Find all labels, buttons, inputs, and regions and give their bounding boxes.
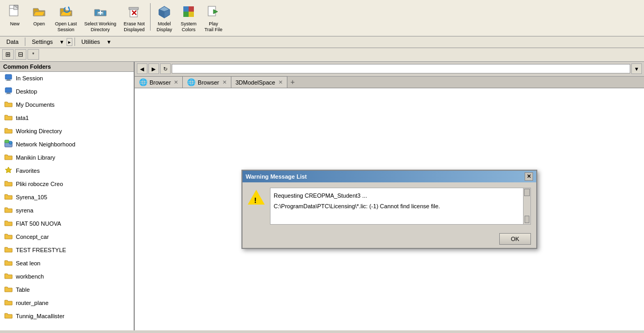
folder-item[interactable]: Manikin Library xyxy=(0,151,134,164)
utilities-arrow[interactable]: ▼ xyxy=(106,39,111,45)
folder-name: In Session xyxy=(16,75,43,81)
erase-not-displayed-label: Erase Not Displayed xyxy=(124,21,145,33)
dialog-scrollbar[interactable] xyxy=(523,188,530,224)
dialog-body: Requesting CREOPMA_Student3 ... C:\Progr… xyxy=(242,182,536,230)
open-icon xyxy=(31,3,48,20)
folder-item[interactable]: Desktop xyxy=(0,85,134,98)
folder-name: Table xyxy=(16,286,30,293)
folder-item[interactable]: Pliki robocze Creo xyxy=(0,178,134,191)
new-button[interactable]: New xyxy=(3,2,26,28)
folder-item[interactable]: Table xyxy=(0,283,134,297)
select-working-directory-button[interactable]: Select Working Directory xyxy=(81,2,119,34)
model-display-button[interactable]: Model Display xyxy=(153,2,176,34)
folder-icon xyxy=(4,192,13,202)
ok-button[interactable]: OK xyxy=(499,233,531,245)
tab-3dmodelspace[interactable]: 3DModelSpace ✕ xyxy=(231,76,287,88)
open-label: Open xyxy=(33,21,45,27)
folder-item[interactable]: router_plane xyxy=(0,297,134,310)
folder-icon xyxy=(4,113,13,123)
svg-rect-23 xyxy=(7,79,10,80)
nav-address-input[interactable] xyxy=(172,64,630,73)
system-colors-button[interactable]: System Colors xyxy=(177,2,200,34)
dialog-close-button[interactable]: ✕ xyxy=(525,172,533,181)
open-button[interactable]: Open xyxy=(27,2,51,28)
folder-item[interactable]: workbench xyxy=(0,270,134,283)
nav-refresh-button[interactable]: ↻ xyxy=(160,63,171,74)
common-folders-header: Common Folders xyxy=(0,62,134,72)
data-menu[interactable]: Data xyxy=(2,38,23,46)
folder-item[interactable]: Concept_car xyxy=(0,230,134,244)
folder-icon xyxy=(4,153,13,163)
svg-rect-16 xyxy=(183,6,189,12)
folder-name: tata1 xyxy=(16,115,29,121)
dialog-icon-area xyxy=(248,188,265,225)
settings-menu[interactable]: Settings xyxy=(27,38,57,46)
tab-browser2[interactable]: 🌐 Browser ✕ xyxy=(183,76,231,88)
folder-name: Favorites xyxy=(16,168,40,174)
folder-icon xyxy=(4,206,13,216)
folder-item[interactable]: Syrena_105 xyxy=(0,191,134,204)
folder-name: Seat leon xyxy=(16,260,40,266)
folder-item[interactable]: tata1 xyxy=(0,112,134,125)
open-last-session-icon xyxy=(58,3,74,20)
nav-forward-button[interactable]: ▶ xyxy=(148,63,159,74)
folder-icon xyxy=(4,311,13,321)
settings-arrow[interactable]: ▼ xyxy=(59,39,64,45)
open-last-session-label: Open Last Session xyxy=(55,21,77,33)
warning-dialog: Warning Message List ✕ Requesting CREOPM… xyxy=(241,170,537,249)
folder-icon xyxy=(4,285,13,295)
nav-dropdown-button[interactable]: ▼ xyxy=(631,63,642,74)
folder-icon xyxy=(4,126,13,136)
folder-item[interactable]: syrena xyxy=(0,204,134,217)
erase-not-displayed-button[interactable]: Erase Not Displayed xyxy=(120,2,148,34)
tab-browser1[interactable]: 🌐 Browser ✕ xyxy=(135,76,183,88)
play-trail-file-button[interactable]: Play Trail File xyxy=(201,2,226,34)
right-panel: ◀ ▶ ↻ ▼ 🌐 Browser ✕ 🌐 Browser ✕ 3DModelS… xyxy=(135,62,644,330)
new-label: New xyxy=(10,21,20,27)
tab-3dmodelspace-close[interactable]: ✕ xyxy=(278,79,283,85)
tab-browser2-label: Browser xyxy=(198,79,219,86)
tab-browser2-close[interactable]: ✕ xyxy=(222,79,227,85)
dialog-overlay: Warning Message List ✕ Requesting CREOPM… xyxy=(135,88,644,330)
folder-icon xyxy=(4,73,13,84)
svg-rect-18 xyxy=(183,12,189,17)
folder-item[interactable]: My Documents xyxy=(0,98,134,112)
folder-item[interactable]: Tunnig_Macallister xyxy=(0,310,134,323)
folder-item[interactable]: Seat leon xyxy=(0,257,134,270)
folder-name: TEST FREESTYLE xyxy=(16,247,66,253)
open-last-session-button[interactable]: Open Last Session xyxy=(52,2,80,34)
folder-item[interactable]: FIAT 500 NUOVA xyxy=(0,217,134,230)
model-display-icon xyxy=(156,3,173,20)
system-colors-label: System Colors xyxy=(181,21,197,33)
erase-not-displayed-icon xyxy=(126,3,143,20)
folder-name: FIAT 500 NUOVA xyxy=(16,220,61,227)
folder-list: In SessionDesktopMy Documentstata1Workin… xyxy=(0,72,134,330)
view-detail-button[interactable]: * xyxy=(27,49,39,60)
tab-browser2-icon: 🌐 xyxy=(187,78,195,86)
utilities-menu[interactable]: Utilities xyxy=(77,38,104,46)
folder-name: Syrena_105 xyxy=(16,194,47,200)
view-list-button[interactable]: ⊟ xyxy=(15,49,26,60)
toolbar-separator xyxy=(150,3,151,31)
play-trail-file-icon xyxy=(205,3,222,20)
menu-divider-1 xyxy=(25,38,25,46)
folder-item[interactable]: TEST FREESTYLE xyxy=(0,244,134,257)
settings-extra[interactable]: ▸ xyxy=(67,38,72,46)
svg-rect-25 xyxy=(5,88,12,92)
tab-add-button[interactable]: + xyxy=(287,77,298,87)
folder-icon xyxy=(4,258,13,269)
new-icon xyxy=(6,3,23,20)
tab-browser1-icon: 🌐 xyxy=(139,78,147,86)
view-grid-button[interactable]: ⊞ xyxy=(2,49,14,60)
nav-back-button[interactable]: ◀ xyxy=(137,63,147,74)
tab-browser1-close[interactable]: ✕ xyxy=(174,79,178,85)
folder-item[interactable]: Favorites xyxy=(0,164,134,178)
folder-item[interactable]: Network Neighborhood xyxy=(0,138,134,151)
dialog-title: Warning Message List xyxy=(246,173,307,180)
folder-name: Tunnig_Macallister xyxy=(16,313,64,319)
svg-rect-26 xyxy=(7,92,10,94)
folder-icon xyxy=(4,219,13,229)
folder-item[interactable]: In Session xyxy=(0,72,134,85)
folder-item[interactable]: Working Directory xyxy=(0,125,134,138)
browser-content: Warning Message List ✕ Requesting CREOPM… xyxy=(135,88,644,330)
